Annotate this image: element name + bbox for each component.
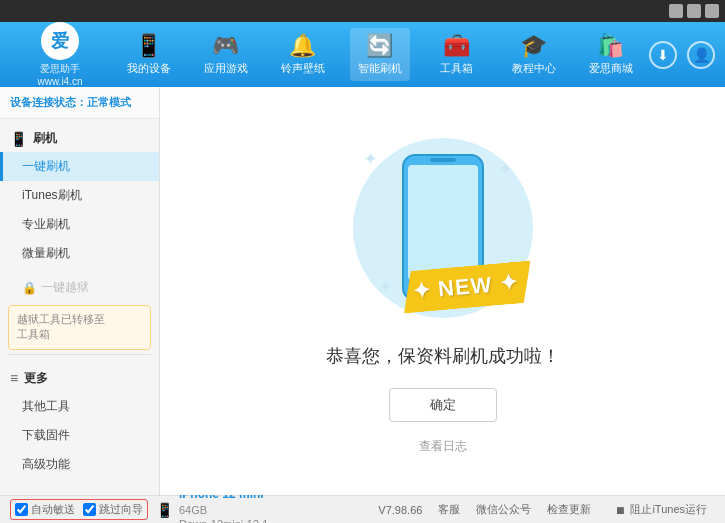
skip-wizard-checkbox[interactable]: 跳过向导 bbox=[83, 502, 143, 517]
device-icon: 📱 bbox=[135, 33, 162, 59]
svg-rect-1 bbox=[408, 165, 478, 280]
more-group-label: 更多 bbox=[24, 370, 48, 387]
bottom-right: V7.98.66 客服 微信公众号 检查更新 ⏹ 阻止iTunes运行 bbox=[378, 502, 715, 517]
sidebar-item-one-click-flash[interactable]: 一键刷机 bbox=[0, 152, 159, 181]
nav-item-my-device[interactable]: 📱 我的设备 bbox=[119, 28, 179, 81]
toolbox-icon: 🧰 bbox=[443, 33, 470, 59]
nav-label: 铃声壁纸 bbox=[281, 61, 325, 76]
sidebar-item-pro-flash[interactable]: 专业刷机 bbox=[0, 210, 159, 239]
sidebar-item-save-flash[interactable]: 微量刷机 bbox=[0, 239, 159, 268]
status-bar: 设备连接状态：正常模式 bbox=[0, 87, 159, 119]
bottom-bar: 自动敏送 跳过向导 📱 iPhone 12 mini 64GB Down-12m… bbox=[0, 495, 725, 523]
title-bar bbox=[0, 0, 725, 22]
note-text: 越狱工具已转移至工具箱 bbox=[17, 313, 105, 340]
sidebar-more-group: ≡ 更多 bbox=[0, 365, 159, 392]
star-1: ✦ bbox=[363, 148, 378, 170]
auto-send-checkbox[interactable]: 自动敏送 bbox=[15, 502, 75, 517]
sidebar-item-jailbreak: 🔒 一键越狱 bbox=[0, 274, 159, 301]
nav-items: 📱 我的设备 🎮 应用游戏 🔔 铃声壁纸 🔄 智能刷机 🧰 工具箱 🎓 教程中心… bbox=[110, 28, 649, 81]
sidebar-item-other-tools[interactable]: 其他工具 bbox=[0, 392, 159, 421]
sidebar-flash-section: 📱 刷机 一键刷机 iTunes刷机 专业刷机 微量刷机 bbox=[0, 119, 159, 274]
maximize-button[interactable] bbox=[687, 4, 701, 18]
logo-area: 爱 爱思助手 www.i4.cn bbox=[10, 22, 110, 87]
star-3: ✦ bbox=[378, 276, 393, 298]
flash-group-icon: 📱 bbox=[10, 131, 27, 147]
lock-icon: 🔒 bbox=[22, 281, 37, 295]
sidebar-note-jailbreak: 越狱工具已转移至工具箱 bbox=[8, 305, 151, 350]
customer-service-link[interactable]: 客服 bbox=[438, 502, 460, 517]
svg-rect-2 bbox=[430, 158, 456, 162]
device-storage: 64GB bbox=[179, 503, 268, 517]
flash-group-label: 刷机 bbox=[33, 130, 57, 147]
status-label: 设备连接状态： bbox=[10, 96, 87, 108]
nav-label: 我的设备 bbox=[127, 61, 171, 76]
nav-item-app-games[interactable]: 🎮 应用游戏 bbox=[196, 28, 256, 81]
main-container: 设备连接状态：正常模式 📱 刷机 一键刷机 iTunes刷机 专业刷机 微量刷机… bbox=[0, 87, 725, 495]
tutorial-icon: 🎓 bbox=[520, 33, 547, 59]
checkboxes-container: 自动敏送 跳过向导 bbox=[10, 499, 148, 520]
stop-itunes-icon: ⏹ bbox=[615, 504, 626, 516]
sidebar-item-itunes-flash[interactable]: iTunes刷机 bbox=[0, 181, 159, 210]
store-icon: 🛍️ bbox=[597, 33, 624, 59]
device-firmware: Down-12mini-13.1 bbox=[179, 517, 268, 523]
smart-flash-icon: 🔄 bbox=[366, 33, 393, 59]
nav-item-ringtone[interactable]: 🔔 铃声壁纸 bbox=[273, 28, 333, 81]
auto-send-label: 自动敏送 bbox=[31, 502, 75, 517]
sidebar-divider bbox=[8, 354, 151, 355]
jailbreak-label: 一键越狱 bbox=[41, 279, 89, 296]
logo-icon: 爱 bbox=[41, 22, 79, 60]
stop-itunes-label: 阻止iTunes运行 bbox=[630, 502, 707, 517]
nav-label: 爱思商城 bbox=[589, 61, 633, 76]
phone-new-container: ✦ ✦ ✦ ✦ NEW ✦ bbox=[343, 128, 543, 328]
ringtone-icon: 🔔 bbox=[289, 33, 316, 59]
nav-item-smart-flash[interactable]: 🔄 智能刷机 bbox=[350, 28, 410, 81]
show-log-link[interactable]: 查看日志 bbox=[419, 438, 467, 455]
minimize-button[interactable] bbox=[669, 4, 683, 18]
star-2: ✦ bbox=[498, 158, 513, 180]
app-games-icon: 🎮 bbox=[212, 33, 239, 59]
nav-item-tutorial[interactable]: 🎓 教程中心 bbox=[504, 28, 564, 81]
wechat-link[interactable]: 微信公众号 bbox=[476, 502, 531, 517]
content-area: ✦ ✦ ✦ ✦ NEW ✦ 恭喜您，保资料刷机成功啦！ 确定 查看日志 bbox=[160, 87, 725, 495]
nav-item-store[interactable]: 🛍️ 爱思商城 bbox=[581, 28, 641, 81]
sidebar-item-advanced[interactable]: 高级功能 bbox=[0, 450, 159, 479]
nav-label: 教程中心 bbox=[512, 61, 556, 76]
stop-itunes-button[interactable]: ⏹ 阻止iTunes运行 bbox=[607, 502, 715, 517]
nav-label: 工具箱 bbox=[440, 61, 473, 76]
logo-line2: www.i4.cn bbox=[37, 76, 82, 87]
status-value: 正常模式 bbox=[87, 96, 131, 108]
confirm-button[interactable]: 确定 bbox=[389, 388, 497, 422]
download-button[interactable]: ⬇ bbox=[649, 41, 677, 69]
device-icon: 📱 bbox=[156, 502, 173, 518]
skip-wizard-input[interactable] bbox=[83, 503, 96, 516]
nav-right-buttons: ⬇ 👤 bbox=[649, 41, 715, 69]
more-group-icon: ≡ bbox=[10, 370, 18, 386]
nav-item-toolbox[interactable]: 🧰 工具箱 bbox=[427, 28, 487, 81]
header: 爱 爱思助手 www.i4.cn 📱 我的设备 🎮 应用游戏 🔔 铃声壁纸 🔄 … bbox=[0, 22, 725, 87]
sidebar: 设备连接状态：正常模式 📱 刷机 一键刷机 iTunes刷机 专业刷机 微量刷机… bbox=[0, 87, 160, 495]
nav-label: 应用游戏 bbox=[204, 61, 248, 76]
user-button[interactable]: 👤 bbox=[687, 41, 715, 69]
sidebar-more-section: ≡ 更多 其他工具 下载固件 高级功能 bbox=[0, 359, 159, 485]
skip-wizard-label: 跳过向导 bbox=[99, 502, 143, 517]
nav-label: 智能刷机 bbox=[358, 61, 402, 76]
sidebar-item-download-firmware[interactable]: 下载固件 bbox=[0, 421, 159, 450]
version-text: V7.98.66 bbox=[378, 504, 422, 516]
logo-line1: 爱思助手 bbox=[40, 62, 80, 76]
check-update-link[interactable]: 检查更新 bbox=[547, 502, 591, 517]
close-button[interactable] bbox=[705, 4, 719, 18]
auto-send-input[interactable] bbox=[15, 503, 28, 516]
sidebar-flash-group: 📱 刷机 bbox=[0, 125, 159, 152]
success-illustration: ✦ ✦ ✦ ✦ NEW ✦ 恭喜您，保资料刷机成功啦！ 确定 查看日志 bbox=[326, 128, 560, 455]
success-title: 恭喜您，保资料刷机成功啦！ bbox=[326, 344, 560, 368]
